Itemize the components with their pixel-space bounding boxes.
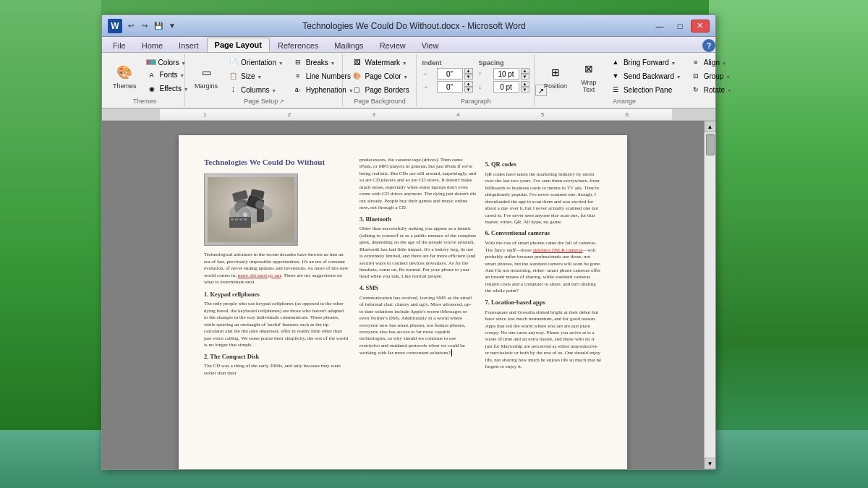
page-setup-group: ▭ Margins 📄 Orientation ▼ 📋 Size ▼ <box>187 54 342 106</box>
customize-qat-button[interactable]: ▼ <box>166 20 178 32</box>
group-button[interactable]: ⊡ Group ▼ <box>687 69 735 82</box>
page-borders-button[interactable]: ▢ Page Borders <box>349 83 412 96</box>
effects-button[interactable]: ◉ Effects ▼ <box>143 82 192 95</box>
bring-forward-button[interactable]: ▲ Bring Forward ▼ <box>607 56 684 69</box>
indent-right-up[interactable]: ▲ <box>464 81 473 87</box>
spacing-after-row: ↓ ▲ ▼ <box>479 81 529 93</box>
colors-icon <box>146 59 156 65</box>
page-color-button[interactable]: 🎨 Page Color ▼ <box>349 69 412 82</box>
svg-rect-12 <box>231 218 234 221</box>
trash-image <box>204 174 298 246</box>
ruler-content: 123456 <box>102 109 715 120</box>
svg-rect-14 <box>239 218 242 221</box>
orientation-button[interactable]: 📄 Orientation ▼ <box>224 56 286 69</box>
page-borders-icon: ▢ <box>352 85 363 95</box>
spacing-before-up[interactable]: ▲ <box>521 68 529 74</box>
align-button[interactable]: ≡ Align ▼ <box>687 56 735 69</box>
save-button[interactable]: 💾 <box>153 20 164 32</box>
page-mid-column: predecessors, the cassette tape (drives)… <box>359 157 477 469</box>
effects-label: Effects ▼ <box>160 85 189 93</box>
paragraph-group: Indent ← ▲ ▼ → <box>418 54 535 106</box>
indent-left-down[interactable]: ▼ <box>464 74 473 80</box>
indent-right-input[interactable] <box>437 81 463 93</box>
size-label: Size ▼ <box>241 72 262 80</box>
position-button[interactable]: ⊞ Position <box>540 60 571 92</box>
article-intro: Technological advances in the recent dec… <box>204 252 349 286</box>
spacing-after-input[interactable] <box>493 81 519 93</box>
tab-home[interactable]: Home <box>134 38 171 52</box>
send-backward-button[interactable]: ▼ Send Backward ▼ <box>607 69 684 82</box>
redo-button[interactable]: ↪ <box>139 20 150 32</box>
svg-point-9 <box>243 213 247 217</box>
indent-right-down[interactable]: ▼ <box>464 87 473 93</box>
selection-pane-label: Selection Pane <box>624 86 672 94</box>
tab-references[interactable]: References <box>270 38 326 52</box>
spacing-after-up[interactable]: ▲ <box>521 81 529 87</box>
section-2-text: The CD was a thing of the early 2000s, a… <box>204 363 349 377</box>
watermark-label: Watermark ▼ <box>365 59 407 67</box>
tab-file[interactable]: File <box>105 38 134 52</box>
indent-left-label: ← <box>422 70 435 77</box>
arrange-sub: ▲ Bring Forward ▼ ▼ Send Backward ▼ ☰ Se… <box>607 56 684 96</box>
undo-button[interactable]: ↩ <box>125 20 137 32</box>
bring-forward-icon: ▲ <box>610 57 621 67</box>
section-4-title: 4. SMS <box>359 284 477 293</box>
arrange-content: ⊞ Position ⊠ WrapText ▲ Bring Forward ▼ <box>540 56 708 96</box>
colors-button[interactable]: Colors ▼ <box>143 57 192 68</box>
scrollbar-thumb[interactable] <box>706 134 715 155</box>
indent-left-input[interactable] <box>437 68 463 80</box>
window-title: Technologies We Could Do Without.docx - … <box>302 21 525 31</box>
vertical-scrollbar[interactable]: ▲ ▼ <box>704 121 715 469</box>
margins-button[interactable]: ▭ Margins <box>191 60 221 92</box>
columns-button[interactable]: ⫶ Columns ▼ <box>224 83 286 96</box>
themes-group-content: 🎨 Themes Colors ▼ A Fonts ▼ ◉ <box>109 56 180 96</box>
spacing-before-down[interactable]: ▼ <box>521 74 529 80</box>
watermark-button[interactable]: 🖼 Watermark ▼ <box>349 56 412 69</box>
section-2-title: 2. The Compact Disk <box>204 353 349 361</box>
maximize-button[interactable]: □ <box>671 20 689 33</box>
section-7-text: Foursquare and Gowalla shined bright at … <box>485 309 603 371</box>
ribbon-tab-bar: File Home Insert Page Layout References … <box>102 37 715 53</box>
selection-pane-button[interactable]: ☰ Selection Pane <box>607 83 684 96</box>
themes-button[interactable]: 🎨 Themes <box>109 60 140 92</box>
red-link-text: more old must go out <box>238 273 281 278</box>
scrollbar-down-button[interactable]: ▼ <box>705 458 716 469</box>
theme-sub-buttons: Colors ▼ A Fonts ▼ ◉ Effects ▼ <box>143 57 192 95</box>
scrollbar-up-button[interactable]: ▲ <box>705 121 716 132</box>
indent-left-row: ← ▲ ▼ <box>422 68 473 80</box>
scrollbar-track <box>705 132 715 458</box>
spacing-before-label: ↑ <box>479 70 492 77</box>
document-content[interactable]: Technologies We Could Do Without <box>102 121 704 469</box>
indent-left-up[interactable]: ▲ <box>464 68 473 74</box>
close-button[interactable]: ✕ <box>691 20 710 33</box>
wrap-text-label: WrapText <box>581 79 596 93</box>
section-4-text: Communication has evolved, leaving SMS a… <box>359 295 477 357</box>
page-color-icon: 🎨 <box>352 71 363 81</box>
arrange-sub2: ≡ Align ▼ ⊡ Group ▼ ↻ Rotate ▼ <box>687 56 735 96</box>
help-button[interactable]: ? <box>702 39 715 52</box>
page-far-column: 5. QR codes QR codes have taken the mark… <box>485 157 603 469</box>
section-6-title: 6. Conventional cameras <box>485 229 603 238</box>
tab-insert[interactable]: Insert <box>171 38 207 52</box>
svg-rect-13 <box>235 218 238 221</box>
indent-right-label: → <box>422 83 435 90</box>
spacing-before-input[interactable] <box>493 68 519 80</box>
tab-page-layout[interactable]: Page Layout <box>207 38 270 52</box>
ribbon: 🎨 Themes Colors ▼ A Fonts ▼ ◉ <box>102 53 715 109</box>
tab-view[interactable]: View <box>414 38 447 52</box>
tab-mailings[interactable]: Mailings <box>326 38 371 52</box>
desktop: W ↩ ↪ 💾 ▼ Technologies We Could Do Witho… <box>0 0 868 488</box>
wrap-text-button[interactable]: ⊠ WrapText <box>574 56 604 95</box>
text-cursor <box>451 349 452 356</box>
spacing-after-label: ↓ <box>479 83 492 90</box>
fonts-button[interactable]: A Fonts ▼ <box>143 69 192 82</box>
orientation-icon: 📄 <box>227 57 239 67</box>
rotate-button[interactable]: ↻ Rotate ▼ <box>687 83 735 96</box>
tab-review[interactable]: Review <box>372 38 414 52</box>
breaks-icon: ⊟ <box>292 57 304 67</box>
size-button[interactable]: 📋 Size ▼ <box>224 69 286 82</box>
page-setup-label: Page Setup ↗ <box>191 98 337 105</box>
minimize-button[interactable]: — <box>650 20 669 33</box>
spacing-after-down[interactable]: ▼ <box>521 87 529 93</box>
quick-access-toolbar: ↩ ↪ 💾 ▼ <box>125 20 178 32</box>
